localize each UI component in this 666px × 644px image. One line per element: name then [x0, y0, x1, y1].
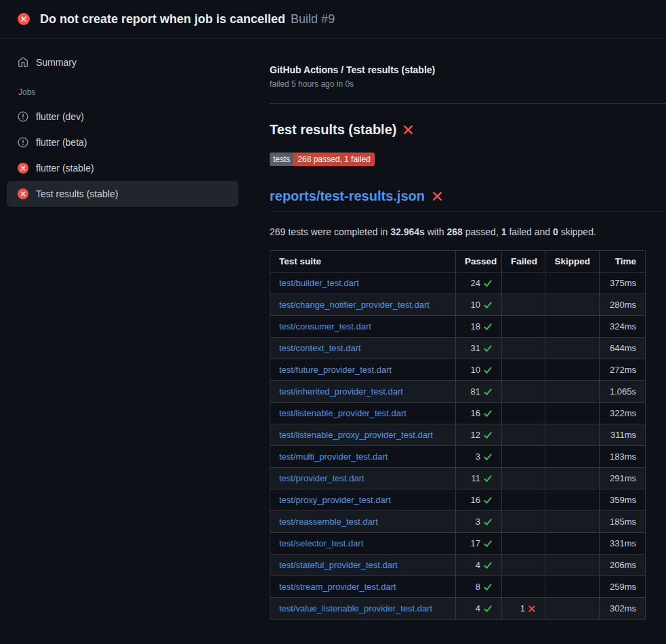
- test-suite-link[interactable]: test/change_notifier_provider_test.dart: [279, 300, 430, 310]
- alert-circle-icon: [18, 137, 28, 148]
- time-cell: 185ms: [600, 511, 646, 533]
- summary-part: passed,: [463, 226, 501, 237]
- test-suite-link[interactable]: test/multi_provider_test.dart: [279, 451, 388, 462]
- sidebar-item-summary[interactable]: Summary: [7, 49, 238, 75]
- table-row: test/provider_test.dart 11 291ms: [270, 468, 646, 489]
- time-cell: 324ms: [600, 316, 646, 338]
- test-suite-link[interactable]: test/listenable_proxy_provider_test.dart: [279, 430, 433, 440]
- passed-cell: 4: [456, 555, 502, 576]
- summary-part: failed and: [507, 226, 554, 237]
- test-suite-link[interactable]: test/stream_provider_test.dart: [279, 582, 396, 592]
- summary-passed-count: 268: [447, 226, 463, 237]
- sidebar-job-flutter-beta[interactable]: flutter (beta): [7, 129, 238, 155]
- skipped-cell: [545, 489, 600, 511]
- skipped-cell: [545, 316, 600, 338]
- passed-cell: 10: [456, 294, 502, 316]
- sidebar-job-flutter-stable[interactable]: flutter (stable): [7, 155, 238, 181]
- test-suite-link[interactable]: test/context_test.dart: [279, 343, 361, 353]
- table-row: test/stream_provider_test.dart 8 259ms: [270, 576, 646, 598]
- sidebar-job-flutter-dev[interactable]: flutter (dev): [7, 104, 238, 129]
- table-row: test/context_test.dart 31 644ms: [270, 338, 646, 359]
- failed-cell: [502, 424, 545, 446]
- test-suite-link[interactable]: test/value_listenable_provider_test.dart: [279, 603, 432, 613]
- x-circle-icon: [18, 188, 28, 199]
- check-title-text: Test results (stable): [270, 122, 396, 138]
- page-title-wrap: Do not create report when job is cancell…: [40, 12, 335, 26]
- check-icon: [483, 474, 493, 483]
- sidebar-job-test-results-stable[interactable]: Test results (stable): [7, 181, 238, 207]
- summary-failed-count: 1: [501, 226, 507, 237]
- time-cell: 291ms: [600, 468, 646, 489]
- table-row: test/value_listenable_provider_test.dart…: [270, 598, 646, 620]
- table-row: test/inherited_provider_test.dart 81 1.0…: [270, 381, 646, 403]
- test-suite-link[interactable]: test/stateful_provider_test.dart: [279, 560, 398, 570]
- test-suite-cell: test/multi_provider_test.dart: [270, 446, 456, 468]
- x-circle-icon: [18, 163, 28, 174]
- alert-circle-icon: [18, 111, 28, 122]
- cross-mark-icon: [528, 605, 536, 613]
- passed-cell: 81: [456, 381, 502, 403]
- passed-cell: 3: [456, 511, 502, 533]
- table-row: test/builder_test.dart 24 375ms: [270, 273, 646, 294]
- column-header-failed: Failed: [502, 251, 545, 273]
- test-suite-link[interactable]: test/future_provider_test.dart: [279, 365, 392, 375]
- test-suite-cell: test/builder_test.dart: [270, 273, 456, 294]
- check-icon: [483, 539, 493, 548]
- report-file-link[interactable]: reports/test-results.json: [270, 188, 425, 204]
- test-suite-link[interactable]: test/proxy_provider_test.dart: [279, 495, 391, 505]
- time-cell: 644ms: [600, 338, 646, 359]
- test-suite-link[interactable]: test/reassemble_test.dart: [279, 517, 378, 527]
- passed-cell: 16: [456, 489, 502, 511]
- failed-cell: [502, 446, 545, 468]
- skipped-cell: [545, 446, 600, 468]
- test-results-table: Test suite Passed Failed Skipped Time te…: [270, 250, 646, 620]
- skipped-cell: [545, 598, 600, 620]
- badge-value: 268 passed, 1 failed: [293, 153, 374, 166]
- passed-cell: 31: [456, 338, 502, 359]
- test-suite-cell: test/listenable_provider_test.dart: [270, 403, 456, 424]
- test-suite-link[interactable]: test/inherited_provider_test.dart: [279, 386, 403, 397]
- check-icon: [483, 430, 493, 440]
- passed-cell: 11: [456, 468, 502, 489]
- test-suite-link[interactable]: test/builder_test.dart: [279, 278, 359, 288]
- test-suite-link[interactable]: test/selector_test.dart: [279, 538, 363, 548]
- column-header-time: Time: [600, 251, 646, 273]
- skipped-cell: [545, 533, 600, 555]
- check-run-content: GitHub Actions / Test results (stable) f…: [264, 39, 666, 620]
- table-header-row: Test suite Passed Failed Skipped Time: [270, 251, 646, 273]
- test-suite-cell: test/stream_provider_test.dart: [270, 576, 456, 598]
- summary-label: Summary: [36, 57, 77, 68]
- test-suite-cell: test/context_test.dart: [270, 338, 456, 359]
- test-suite-cell: test/stateful_provider_test.dart: [270, 555, 456, 576]
- check-icon: [483, 387, 493, 397]
- breadcrumb: GitHub Actions / Test results (stable): [270, 64, 666, 75]
- test-suite-link[interactable]: test/listenable_provider_test.dart: [279, 408, 407, 418]
- skipped-cell: [545, 511, 600, 533]
- test-suite-link[interactable]: test/consumer_test.dart: [279, 321, 371, 331]
- check-icon: [483, 604, 493, 613]
- summary-part: with: [425, 226, 447, 237]
- column-header-skipped: Skipped: [545, 251, 600, 273]
- failed-cell: [502, 489, 545, 511]
- failed-cell: [502, 576, 545, 598]
- failed-cell: [502, 511, 545, 533]
- table-row: test/selector_test.dart 17 331ms: [270, 533, 646, 555]
- job-label: Test results (stable): [36, 188, 118, 199]
- test-suite-link[interactable]: test/provider_test.dart: [279, 473, 365, 483]
- column-header-passed: Passed: [456, 251, 502, 273]
- failed-cell: [502, 316, 545, 338]
- job-label: flutter (stable): [36, 163, 94, 174]
- check-icon: [483, 409, 493, 418]
- test-suite-cell: test/provider_test.dart: [270, 468, 456, 489]
- test-suite-cell: test/inherited_provider_test.dart: [270, 381, 456, 403]
- check-run-header: Do not create report when job is cancell…: [0, 0, 666, 39]
- summary-part: skipped.: [558, 226, 596, 237]
- passed-cell: 3: [456, 446, 502, 468]
- test-suite-cell: test/value_listenable_provider_test.dart: [270, 598, 456, 620]
- table-row: test/future_provider_test.dart 10 272ms: [270, 359, 646, 381]
- run-status-text: failed 5 hours ago in 0s: [270, 79, 666, 89]
- check-icon: [483, 452, 493, 462]
- check-icon: [483, 322, 493, 331]
- time-cell: 322ms: [600, 403, 646, 424]
- table-row: test/stateful_provider_test.dart 4 206ms: [270, 555, 646, 576]
